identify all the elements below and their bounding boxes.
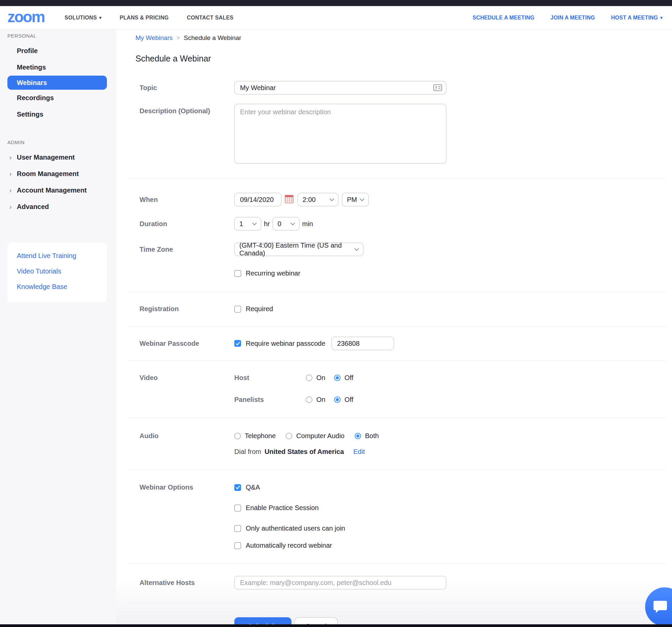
sidebar-item-profile[interactable]: Profile — [0, 43, 116, 59]
breadcrumb-my-webinars[interactable]: My Webinars — [136, 34, 173, 42]
chevron-right-icon: › — [9, 203, 17, 211]
sidebar-item-recordings[interactable]: Recordings — [0, 90, 116, 106]
calendar-icon[interactable] — [285, 195, 293, 205]
audio-label: Audio — [140, 432, 234, 440]
qa-checkbox[interactable] — [234, 484, 241, 491]
nav-host-a-meeting[interactable]: HOST A MEETING ▾ — [611, 15, 663, 21]
edit-dial-link[interactable]: Edit — [353, 448, 365, 456]
when-row: When 2:00 PM — [128, 193, 665, 206]
topic-row: Topic — [128, 81, 665, 94]
nav-join-a-meeting[interactable]: JOIN A MEETING — [551, 15, 595, 21]
passcode-label: Webinar Passcode — [140, 340, 234, 347]
section-divider — [128, 470, 665, 470]
registration-label: Registration — [140, 305, 234, 313]
timezone-select[interactable]: (GMT-4:00) Eastern Time (US and Canada) — [234, 243, 363, 256]
duration-hours-select[interactable]: 1 — [234, 217, 261, 230]
auto-record-checkbox[interactable] — [234, 542, 241, 549]
video-panelists-row: Panelists On Off — [234, 396, 665, 404]
section-divider — [128, 326, 665, 327]
registration-required-checkbox[interactable] — [234, 306, 241, 312]
practice-session-checkbox[interactable] — [234, 505, 241, 511]
timezone-row: Time Zone (GMT-4:00) Eastern Time (US an… — [128, 243, 665, 256]
panelists-video-on-radio[interactable] — [306, 397, 312, 403]
nav-schedule-a-meeting[interactable]: SCHEDULE A MEETING — [473, 15, 534, 21]
nav-solutions[interactable]: SOLUTIONS ▾ — [65, 15, 101, 21]
sidebar-item-settings[interactable]: Settings — [0, 106, 116, 123]
topic-label: Topic — [140, 84, 234, 92]
ampm-select[interactable]: PM — [342, 193, 369, 206]
link-knowledge-base[interactable]: Knowledge Base — [17, 283, 107, 291]
webinar-options-label: Webinar Options — [140, 483, 234, 491]
topic-input[interactable] — [234, 81, 447, 94]
host-video-on-radio[interactable] — [306, 375, 312, 381]
authenticated-users-checkbox[interactable] — [234, 525, 241, 532]
video-label: Video — [140, 374, 234, 382]
chevron-down-icon — [354, 248, 359, 251]
link-attend-live-training[interactable]: Attend Live Training — [17, 252, 107, 260]
chevron-right-icon: › — [9, 154, 17, 161]
webinar-options-row: Webinar Options Q&A Enable Practice Sess… — [128, 483, 665, 549]
primary-nav: SOLUTIONS ▾ PLANS & PRICING CONTACT SALE… — [65, 15, 233, 21]
sidebar-item-webinars[interactable]: Webinars — [7, 76, 107, 90]
audio-computer-radio[interactable] — [286, 433, 292, 439]
registration-row: Registration Required — [128, 305, 665, 313]
sidebar-item-meetings[interactable]: Meetings — [0, 59, 116, 76]
hr-unit-label: hr — [264, 220, 270, 228]
chevron-down-icon — [360, 198, 364, 201]
contact-card-icon[interactable] — [433, 84, 442, 93]
video-panelists-label: Panelists — [234, 396, 306, 404]
meeting-nav: SCHEDULE A MEETING JOIN A MEETING HOST A… — [473, 15, 663, 21]
audio-telephone-radio[interactable] — [234, 433, 241, 439]
audio-both-radio[interactable] — [355, 433, 361, 439]
chevron-right-icon: › — [9, 170, 17, 178]
breadcrumb: My Webinars > Schedule a Webinar — [136, 34, 665, 42]
passcode-input[interactable] — [332, 337, 394, 350]
page-title: Schedule a Webinar — [136, 54, 665, 64]
duration-label: Duration — [140, 220, 234, 228]
date-input[interactable] — [234, 193, 281, 206]
chevron-down-icon — [252, 222, 257, 225]
chat-bubble-icon — [653, 599, 668, 614]
when-label: When — [140, 196, 234, 204]
time-select[interactable]: 2:00 — [297, 193, 338, 206]
sidebar-help-card: Attend Live Training Video Tutorials Kno… — [7, 243, 107, 302]
recurring-checkbox[interactable] — [234, 270, 241, 277]
sidebar-item-advanced[interactable]: › Advanced — [0, 199, 116, 215]
link-video-tutorials[interactable]: Video Tutorials — [17, 268, 107, 275]
section-divider — [128, 292, 665, 292]
host-video-off-radio[interactable] — [334, 375, 340, 381]
section-divider — [128, 418, 665, 418]
alternative-hosts-input[interactable] — [234, 576, 447, 590]
nav-contact-sales[interactable]: CONTACT SALES — [187, 15, 234, 21]
chevron-right-icon: › — [9, 186, 17, 194]
duration-minutes-select[interactable]: 0 — [273, 217, 299, 230]
duration-row: Duration 1 hr 0 min — [128, 217, 665, 230]
sidebar-section-personal: PERSONAL — [7, 33, 116, 39]
panelists-video-off-radio[interactable] — [334, 397, 340, 403]
browser-top-strip — [0, 0, 672, 6]
sidebar: PERSONAL Profile Meetings Webinars Recor… — [0, 30, 116, 627]
zoom-logo[interactable]: zoom — [7, 9, 44, 27]
section-divider — [128, 563, 665, 564]
dial-from-prefix: Dial from — [234, 448, 261, 456]
sidebar-section-admin: ADMIN — [7, 140, 116, 145]
description-label: Description (Optional) — [140, 107, 234, 115]
alternative-hosts-label: Alternative Hosts — [140, 579, 234, 587]
min-unit-label: min — [302, 220, 313, 228]
passcode-row: Webinar Passcode Require webinar passcod… — [128, 337, 665, 350]
section-divider — [128, 360, 665, 360]
require-passcode-checkbox[interactable] — [234, 340, 241, 347]
timezone-label: Time Zone — [140, 246, 234, 253]
sidebar-item-account-management[interactable]: › Account Management — [0, 182, 116, 199]
page-bottom-strip — [0, 624, 672, 627]
video-host-row: Host On Off — [234, 374, 665, 382]
sidebar-item-room-management[interactable]: › Room Management — [0, 166, 116, 182]
nav-plans-pricing[interactable]: PLANS & PRICING — [120, 15, 169, 21]
sidebar-item-user-management[interactable]: › User Management — [0, 149, 116, 166]
dial-from-row: Dial from United States of America Edit — [128, 448, 665, 456]
description-row: Description (Optional) — [128, 104, 665, 164]
description-textarea[interactable] — [234, 104, 447, 164]
breadcrumb-separator: > — [177, 35, 180, 41]
video-row: Video Host On Off — [128, 374, 665, 404]
main-content: My Webinars > Schedule a Webinar Schedul… — [116, 30, 672, 627]
